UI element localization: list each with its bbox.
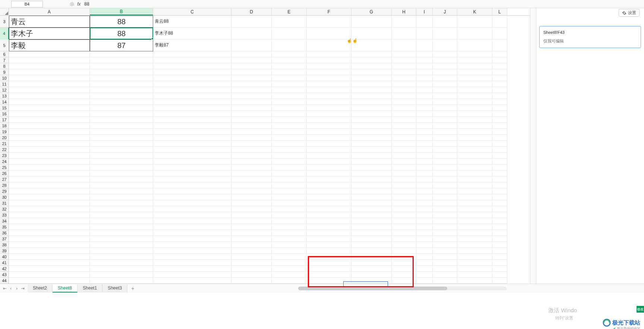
cell[interactable]: [231, 176, 272, 182]
cell[interactable]: [351, 266, 392, 272]
cell[interactable]: [153, 248, 231, 254]
cell[interactable]: [90, 147, 153, 153]
cell[interactable]: [416, 176, 433, 182]
cell[interactable]: [351, 159, 392, 164]
cell[interactable]: [272, 272, 307, 278]
cell[interactable]: [457, 230, 492, 236]
column-header-F[interactable]: F: [307, 8, 351, 15]
cell[interactable]: [231, 164, 272, 170]
row-header[interactable]: 12: [0, 87, 9, 93]
cell[interactable]: [9, 182, 90, 188]
cell[interactable]: [416, 63, 433, 69]
cell[interactable]: [307, 129, 351, 135]
row-header[interactable]: 25: [0, 164, 9, 170]
cell[interactable]: [492, 164, 507, 170]
cell[interactable]: [492, 16, 507, 28]
cell[interactable]: [9, 159, 90, 164]
cell[interactable]: [272, 188, 307, 194]
cell[interactable]: [153, 129, 231, 135]
cell[interactable]: [307, 260, 351, 266]
cell[interactable]: [153, 176, 231, 182]
cell[interactable]: [90, 159, 153, 164]
cell[interactable]: [153, 188, 231, 194]
name-box[interactable]: B4: [11, 1, 43, 7]
cell[interactable]: [457, 248, 492, 254]
cell[interactable]: [351, 69, 392, 75]
cell[interactable]: [351, 182, 392, 188]
row-header[interactable]: 29: [0, 188, 9, 194]
row-header[interactable]: 40: [0, 254, 9, 260]
cell[interactable]: [457, 16, 492, 28]
cell[interactable]: [392, 87, 416, 93]
cell[interactable]: [492, 87, 507, 93]
cell[interactable]: [492, 242, 507, 248]
column-header-B[interactable]: B: [90, 8, 153, 15]
spreadsheet-grid[interactable]: ABCDEFGHIJKL ☝☝ 3青云88青云884李木子88李木子885李毅8…: [0, 8, 530, 284]
cell[interactable]: [416, 188, 433, 194]
cell[interactable]: [492, 105, 507, 111]
cell[interactable]: [392, 278, 416, 284]
cell[interactable]: [416, 218, 433, 224]
cell[interactable]: [153, 218, 231, 224]
cell[interactable]: [392, 159, 416, 164]
cell[interactable]: [433, 75, 457, 81]
tab-first-icon[interactable]: ⇤: [2, 286, 7, 291]
cell[interactable]: [90, 218, 153, 224]
cell[interactable]: [492, 135, 507, 141]
cell[interactable]: [9, 266, 90, 272]
cell[interactable]: [492, 182, 507, 188]
cell[interactable]: [272, 153, 307, 159]
row-header[interactable]: 7: [0, 57, 9, 63]
cell[interactable]: [433, 182, 457, 188]
cell[interactable]: [307, 93, 351, 99]
cell[interactable]: [231, 260, 272, 266]
cell[interactable]: [351, 117, 392, 123]
protection-info-card[interactable]: Sheet8!F43 仅我可编辑: [539, 26, 641, 48]
cell[interactable]: [457, 141, 492, 147]
cell[interactable]: [492, 123, 507, 129]
cell[interactable]: [416, 28, 433, 39]
cell[interactable]: [433, 278, 457, 284]
tab-next-icon[interactable]: ›: [14, 286, 19, 291]
cell[interactable]: [272, 266, 307, 272]
cell[interactable]: [392, 170, 416, 176]
cell[interactable]: [433, 16, 457, 28]
cell[interactable]: [457, 81, 492, 87]
cell[interactable]: [9, 236, 90, 242]
cell[interactable]: [492, 200, 507, 206]
cell[interactable]: [231, 147, 272, 153]
cell[interactable]: [272, 260, 307, 266]
cell[interactable]: [457, 260, 492, 266]
cell[interactable]: [416, 278, 433, 284]
cell[interactable]: [433, 69, 457, 75]
cell[interactable]: [90, 51, 153, 57]
cell[interactable]: [433, 117, 457, 123]
cell[interactable]: [307, 224, 351, 230]
cell[interactable]: [433, 176, 457, 182]
row-header[interactable]: 34: [0, 218, 9, 224]
cell[interactable]: [351, 153, 392, 159]
cell[interactable]: [153, 266, 231, 272]
cell[interactable]: [457, 135, 492, 141]
cell[interactable]: [272, 182, 307, 188]
cell[interactable]: [433, 39, 457, 51]
cell[interactable]: [9, 105, 90, 111]
cell[interactable]: [307, 135, 351, 141]
cell[interactable]: [433, 87, 457, 93]
cell[interactable]: [457, 159, 492, 164]
cell[interactable]: [9, 141, 90, 147]
cell[interactable]: [272, 278, 307, 284]
cell[interactable]: [457, 111, 492, 117]
row-header[interactable]: 33: [0, 212, 9, 218]
cell[interactable]: [392, 16, 416, 28]
cell[interactable]: [9, 75, 90, 81]
cell[interactable]: [9, 135, 90, 141]
cell[interactable]: [231, 212, 272, 218]
cell[interactable]: [272, 248, 307, 254]
cell[interactable]: [153, 212, 231, 218]
cell[interactable]: [231, 39, 272, 51]
cell[interactable]: [9, 200, 90, 206]
cell[interactable]: [9, 206, 90, 212]
cell[interactable]: [351, 135, 392, 141]
cell[interactable]: [392, 51, 416, 57]
